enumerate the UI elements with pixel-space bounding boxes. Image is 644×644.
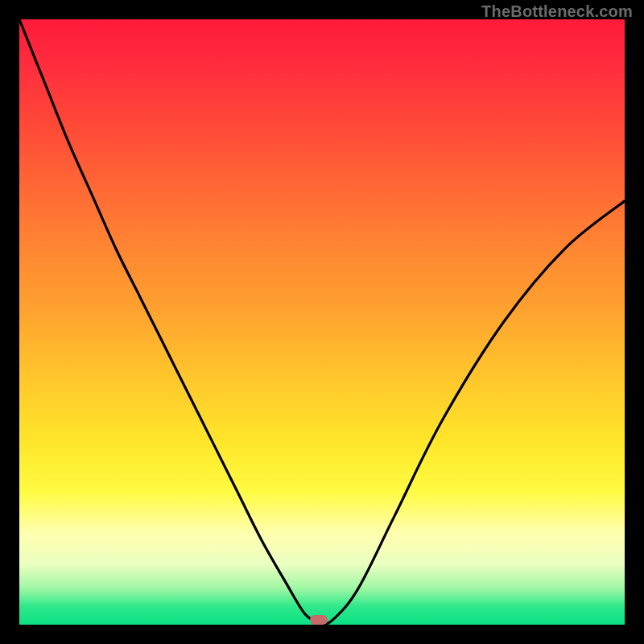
watermark-text: TheBottleneck.com: [481, 2, 633, 21]
curve-svg: [19, 19, 625, 625]
plot-area: [19, 19, 625, 625]
chart-frame: TheBottleneck.com: [0, 0, 644, 644]
bottleneck-curve-path: [19, 19, 625, 625]
minimum-marker: [310, 615, 328, 625]
